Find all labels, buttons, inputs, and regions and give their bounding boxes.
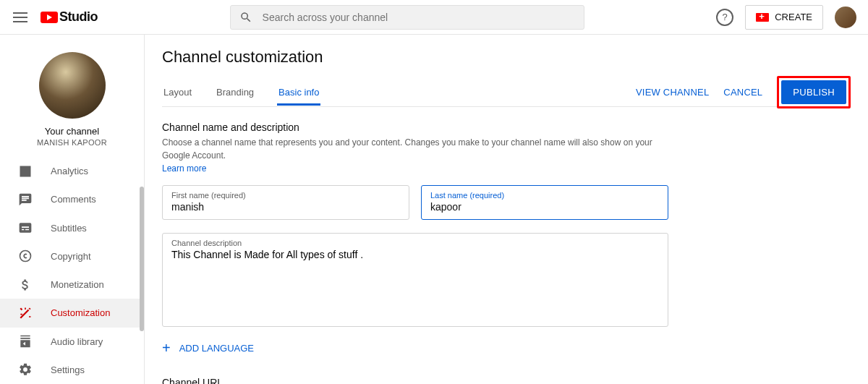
last-name-field[interactable]: Last name (required) (421, 185, 668, 220)
last-name-input[interactable] (430, 201, 659, 213)
tab-layout[interactable]: Layout (162, 80, 193, 105)
sidebar-item-label: Settings (51, 364, 85, 375)
publish-highlight: PUBLISH (777, 76, 851, 108)
sidebar-scrollbar[interactable] (140, 187, 144, 331)
wand-icon (17, 305, 33, 321)
search-input[interactable] (263, 12, 575, 23)
channel-description-field[interactable]: Channel description (162, 233, 668, 327)
channel-description-input[interactable] (171, 249, 659, 317)
first-name-field[interactable]: First name (required) (162, 185, 409, 220)
sidebar-item-monetization[interactable]: Monetization (0, 270, 144, 299)
view-channel-button[interactable]: VIEW CHANNEL (636, 87, 709, 98)
channel-avatar[interactable] (39, 52, 106, 119)
youtube-studio-logo[interactable]: Studio (41, 9, 98, 25)
header-actions: ? CREATE (716, 5, 856, 30)
section-description: Choose a channel name that represents yo… (162, 136, 668, 162)
page-title: Channel customization (162, 48, 851, 67)
create-label: CREATE (775, 12, 812, 22)
copyright-icon (17, 248, 33, 264)
logo-text: Studio (59, 9, 98, 25)
search-container (98, 5, 716, 30)
your-channel-label: Your channel (45, 126, 99, 137)
user-avatar[interactable] (835, 7, 856, 28)
main-content: Channel customization Layout Branding Ba… (145, 35, 868, 384)
section-title: Channel name and description (162, 121, 668, 133)
gear-icon (17, 362, 33, 377)
publish-button[interactable]: PUBLISH (781, 80, 846, 104)
first-name-label: First name (required) (171, 191, 400, 200)
sidebar-item-settings[interactable]: Settings (0, 356, 144, 384)
search-box[interactable] (230, 5, 584, 30)
add-language-button[interactable]: + ADD LANGUAGE (162, 340, 668, 357)
section-name-desc: Channel name and description Choose a ch… (162, 121, 668, 357)
search-icon (239, 11, 252, 24)
sidebar: Your channel MANISH KAPOOR Analytics Com… (0, 35, 145, 384)
sidebar-item-copyright[interactable]: Copyright (0, 242, 144, 270)
sidebar-item-label: Analytics (51, 166, 88, 176)
section-title: Channel URL (162, 377, 668, 384)
sidebar-item-comments[interactable]: Comments (0, 185, 144, 213)
channel-name: MANISH KAPOOR (37, 138, 107, 147)
sidebar-item-audio-library[interactable]: Audio library (0, 328, 144, 356)
tab-bar: Layout Branding Basic info VIEW CHANNEL … (162, 78, 851, 107)
youtube-play-icon (41, 12, 58, 23)
sidebar-item-label: Comments (51, 194, 96, 205)
sidebar-item-label: Customization (51, 307, 110, 318)
tab-basic-info[interactable]: Basic info (277, 80, 320, 105)
audio-library-icon (17, 333, 33, 349)
plus-icon: + (162, 340, 171, 357)
comments-icon (17, 192, 33, 208)
section-channel-url: Channel URL This is the standard web add… (162, 377, 668, 384)
cancel-button[interactable]: CANCEL (723, 87, 762, 98)
create-video-icon (756, 13, 769, 22)
help-icon[interactable]: ? (716, 9, 733, 26)
last-name-label: Last name (required) (430, 191, 659, 200)
hamburger-menu-button[interactable] (12, 9, 29, 26)
description-label: Channel description (171, 239, 659, 247)
sidebar-item-subtitles[interactable]: Subtitles (0, 214, 144, 242)
analytics-icon (17, 163, 33, 179)
sidebar-item-analytics[interactable]: Analytics (0, 157, 144, 185)
learn-more-link[interactable]: Learn more (162, 163, 206, 174)
app-header: Studio ? CREATE (0, 0, 868, 35)
sidebar-item-label: Copyright (51, 251, 91, 262)
dollar-icon (17, 277, 33, 293)
svg-point-0 (20, 251, 31, 262)
sidebar-item-customization[interactable]: Customization (0, 299, 144, 327)
sidebar-item-label: Audio library (51, 336, 103, 347)
tab-branding[interactable]: Branding (215, 80, 255, 105)
channel-summary: Your channel MANISH KAPOOR (0, 46, 144, 157)
sidebar-item-label: Monetization (51, 279, 104, 290)
first-name-input[interactable] (171, 201, 400, 213)
subtitles-icon (17, 220, 33, 236)
create-button[interactable]: CREATE (745, 5, 823, 30)
sidebar-item-label: Subtitles (51, 223, 87, 234)
